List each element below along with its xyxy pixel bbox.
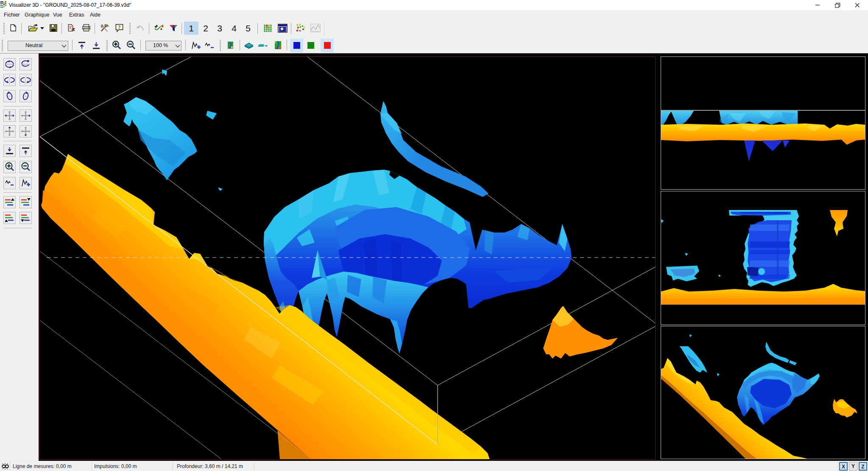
svg-text:?: ?: [118, 25, 121, 30]
